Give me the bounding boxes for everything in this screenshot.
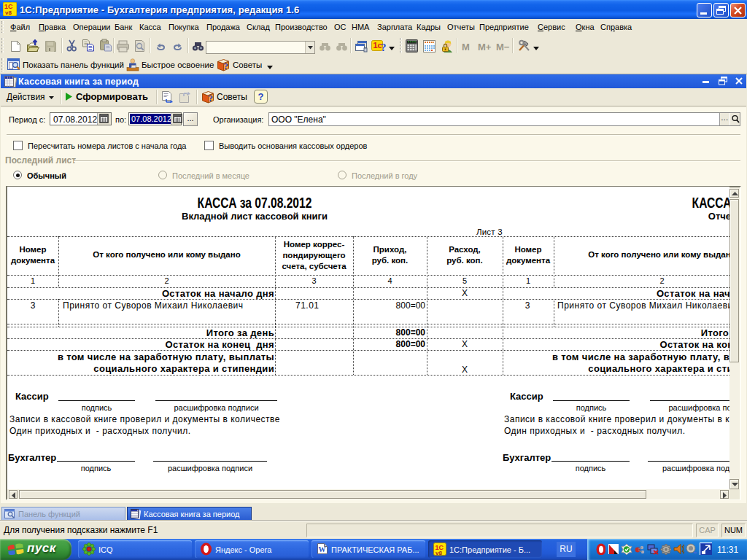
svg-text:?: ? <box>224 61 229 71</box>
svg-text:W: W <box>319 545 326 553</box>
svg-text:v8: v8 <box>5 9 12 16</box>
svg-text:v8: v8 <box>436 550 442 556</box>
svg-text:?: ? <box>381 42 387 53</box>
svg-text:?: ? <box>209 93 214 104</box>
